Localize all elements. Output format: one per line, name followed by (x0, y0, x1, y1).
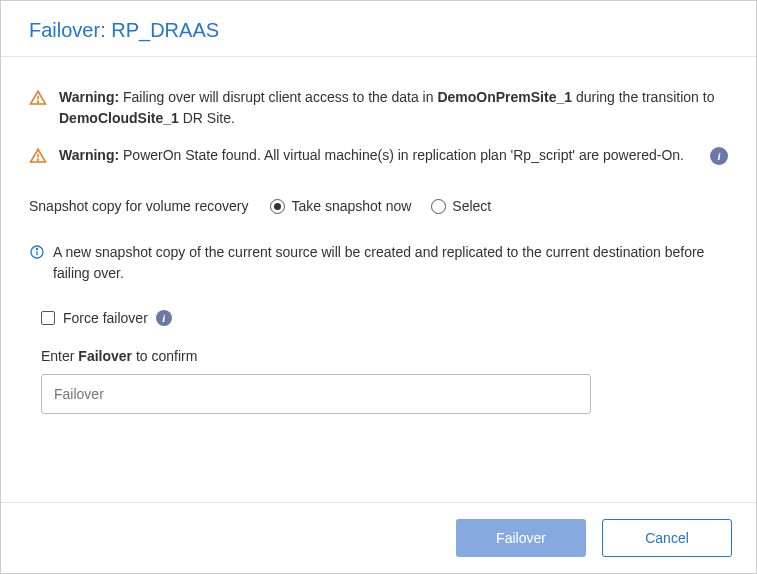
force-failover-checkbox[interactable] (41, 311, 55, 325)
info-icon[interactable]: i (156, 310, 172, 326)
radio-select[interactable]: Select (431, 198, 491, 214)
warning-text: Warning: PowerOn State found. All virtua… (59, 145, 692, 166)
warning-icon (29, 147, 47, 168)
confirm-input[interactable] (41, 374, 591, 414)
radio-label: Take snapshot now (291, 198, 411, 214)
radio-take-snapshot-now[interactable]: Take snapshot now (270, 198, 411, 214)
svg-point-3 (38, 159, 39, 160)
snapshot-label: Snapshot copy for volume recovery (29, 198, 248, 214)
warning-icon (29, 89, 47, 110)
force-failover-label: Force failover (63, 310, 148, 326)
info-text: A new snapshot copy of the current sourc… (53, 242, 728, 284)
warning-row: Warning: PowerOn State found. All virtua… (29, 145, 728, 168)
cancel-button[interactable]: Cancel (602, 519, 732, 557)
warning-text: Warning: Failing over will disrupt clien… (59, 87, 728, 129)
failover-button[interactable]: Failover (456, 519, 586, 557)
svg-point-6 (36, 248, 37, 249)
info-icon (29, 244, 45, 266)
svg-point-1 (38, 101, 39, 102)
modal-title: Failover: RP_DRAAS (29, 19, 728, 42)
force-failover-row: Force failover i (41, 310, 728, 326)
radio-button-icon (431, 199, 446, 214)
snapshot-section: Snapshot copy for volume recovery Take s… (29, 198, 728, 214)
modal-footer: Failover Cancel (1, 502, 756, 573)
warning-row: Warning: Failing over will disrupt clien… (29, 87, 728, 129)
modal-header: Failover: RP_DRAAS (1, 1, 756, 57)
failover-modal: Failover: RP_DRAAS Warning: Failing over… (0, 0, 757, 574)
modal-content: Warning: Failing over will disrupt clien… (1, 57, 756, 502)
radio-label: Select (452, 198, 491, 214)
info-icon[interactable]: i (710, 147, 728, 165)
snapshot-radio-group: Take snapshot now Select (270, 198, 491, 214)
confirm-label: Enter Failover to confirm (41, 348, 728, 364)
radio-button-icon (270, 199, 285, 214)
info-note: A new snapshot copy of the current sourc… (29, 242, 728, 284)
